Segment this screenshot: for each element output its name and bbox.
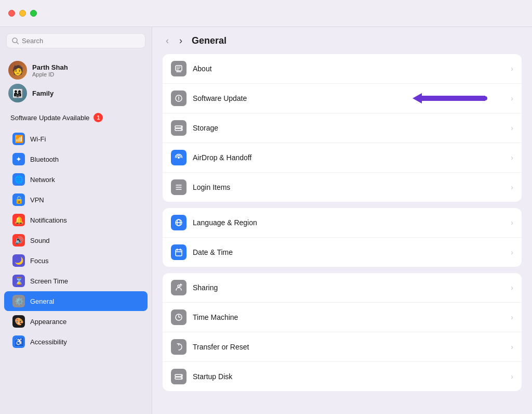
row-label-sharing: Sharing: [193, 283, 511, 292]
chevron-right-icon: ›: [511, 372, 513, 381]
title-bar: [0, 0, 532, 27]
svg-rect-11: [422, 96, 485, 101]
avatar: 🧑: [8, 61, 27, 80]
row-label-storage: Storage: [193, 124, 511, 132]
focus-icon: 🌙: [12, 254, 25, 267]
family-avatar: 👨‍👩‍👧: [8, 84, 27, 102]
traffic-lights: [8, 10, 37, 17]
settings-row-about[interactable]: About›: [163, 54, 522, 84]
appearance-icon: 🎨: [12, 315, 25, 328]
sidebar-item-label-screentime: Screen Time: [30, 277, 68, 285]
network-icon: 🌐: [12, 173, 25, 186]
svg-point-32: [181, 378, 182, 379]
update-badge: 1: [94, 113, 103, 122]
maximize-button[interactable]: [30, 10, 37, 17]
family-label: Family: [32, 89, 54, 97]
sidebar-item-label-appearance: Appearance: [30, 318, 66, 326]
chevron-right-icon: ›: [511, 153, 513, 162]
search-input[interactable]: [22, 37, 140, 45]
sidebar-item-bluetooth[interactable]: ✦Bluetooth: [4, 149, 148, 169]
chevron-right-icon: ›: [511, 248, 513, 256]
user-info: Parth Shah Apple ID: [32, 63, 68, 77]
sidebar-item-label-bluetooth: Bluetooth: [30, 156, 59, 163]
chevron-right-icon: ›: [511, 343, 513, 351]
sidebar-item-accessibility[interactable]: ♿Accessibility: [4, 332, 148, 352]
family-item[interactable]: 👨‍👩‍👧 Family: [8, 82, 143, 105]
chevron-right-icon: ›: [511, 313, 513, 321]
settings-row-timemachine[interactable]: Time Machine›: [163, 303, 522, 332]
chevron-right-icon: ›: [511, 183, 513, 191]
svg-marker-10: [413, 93, 422, 104]
row-label-transfer: Transfer or Reset: [193, 343, 511, 351]
minimize-button[interactable]: [19, 10, 26, 17]
sidebar-item-label-network: Network: [30, 176, 55, 184]
sidebar-item-screentime[interactable]: ⌛Screen Time: [4, 271, 148, 291]
forward-button[interactable]: ›: [176, 34, 185, 47]
row-label-timemachine: Time Machine: [193, 313, 511, 321]
sharing-icon: [171, 280, 187, 295]
language-icon: [171, 215, 187, 230]
app-container: 🧑 Parth Shah Apple ID 👨‍👩‍👧 Family Softw…: [0, 27, 532, 414]
sidebar-item-vpn[interactable]: 🔒VPN: [4, 190, 148, 210]
settings-row-software-update[interactable]: Software Update ›: [163, 84, 522, 113]
settings-row-startup[interactable]: Startup Disk›: [163, 362, 522, 391]
sidebar-item-label-sound: Sound: [30, 237, 50, 244]
user-profile-item[interactable]: 🧑 Parth Shah Apple ID: [8, 59, 143, 82]
about-icon: [171, 61, 187, 76]
chevron-right-icon: ›: [511, 64, 513, 73]
sidebar-item-notifications[interactable]: 🔔Notifications: [4, 210, 148, 230]
arrow-annotation: [413, 90, 490, 106]
bluetooth-icon: ✦: [12, 153, 25, 165]
settings-row-login-items[interactable]: Login Items›: [163, 173, 522, 202]
search-bar[interactable]: [6, 33, 145, 48]
back-button[interactable]: ‹: [163, 34, 172, 47]
main-content: ‹ › General About›Software Update ›Stora…: [152, 27, 532, 414]
sidebar-item-label-general: General: [30, 297, 54, 305]
sidebar-item-sound[interactable]: 🔊Sound: [4, 230, 148, 250]
svg-line-1: [17, 42, 19, 44]
screentime-icon: ⌛: [12, 275, 25, 287]
sidebar-item-label-accessibility: Accessibility: [30, 338, 67, 346]
update-text: Software Update Available: [10, 114, 89, 122]
airdrop-icon: [171, 150, 187, 165]
general-icon: ⚙️: [12, 295, 25, 307]
svg-point-31: [181, 375, 182, 376]
sidebar-item-focus[interactable]: 🌙Focus: [4, 251, 148, 270]
row-label-about: About: [193, 64, 511, 73]
user-name: Parth Shah: [32, 63, 68, 71]
settings-row-airdrop[interactable]: AirDrop & Handoff›: [163, 143, 522, 173]
row-label-language: Language & Region: [193, 218, 511, 227]
chevron-right-icon: ›: [511, 124, 513, 132]
chevron-right-icon: ›: [511, 283, 513, 292]
settings-group-group3: Sharing›Time Machine›Transfer or Reset›S…: [163, 273, 522, 391]
sidebar-item-label-vpn: VPN: [30, 196, 44, 204]
settings-row-datetime[interactable]: Date & Time›: [163, 238, 522, 267]
timemachine-icon: [171, 309, 187, 325]
settings-container: About›Software Update ›Storage›AirDrop &…: [152, 54, 532, 402]
settings-row-language[interactable]: Language & Region›: [163, 208, 522, 238]
sidebar-item-label-focus: Focus: [30, 257, 48, 265]
startup-icon: [171, 369, 187, 384]
transfer-icon: [171, 339, 187, 355]
page-title: General: [192, 35, 227, 46]
content-header: ‹ › General: [152, 27, 532, 54]
software-update-icon: [171, 90, 187, 106]
settings-row-sharing[interactable]: Sharing›: [163, 273, 522, 303]
chevron-right-icon: ›: [511, 94, 513, 102]
accessibility-icon: ♿: [12, 335, 25, 348]
user-section: 🧑 Parth Shah Apple ID 👨‍👩‍👧 Family: [0, 55, 152, 111]
svg-point-14: [181, 126, 182, 127]
sidebar-item-wifi[interactable]: 📶Wi-Fi: [4, 129, 148, 149]
settings-group-group2: Language & Region›Date & Time›: [163, 208, 522, 267]
sidebar-item-appearance[interactable]: 🎨Appearance: [4, 312, 148, 331]
vpn-icon: 🔒: [12, 193, 25, 206]
settings-row-storage[interactable]: Storage›: [163, 113, 522, 143]
close-button[interactable]: [8, 10, 15, 17]
sidebar-item-general[interactable]: ⚙️General: [4, 291, 148, 311]
sidebar-item-network[interactable]: 🌐Network: [4, 170, 148, 189]
sidebar-item-label-wifi: Wi-Fi: [30, 135, 46, 143]
svg-point-27: [178, 285, 180, 287]
update-banner[interactable]: Software Update Available 1: [6, 113, 145, 122]
storage-icon: [171, 120, 187, 136]
settings-row-transfer[interactable]: Transfer or Reset›: [163, 332, 522, 362]
